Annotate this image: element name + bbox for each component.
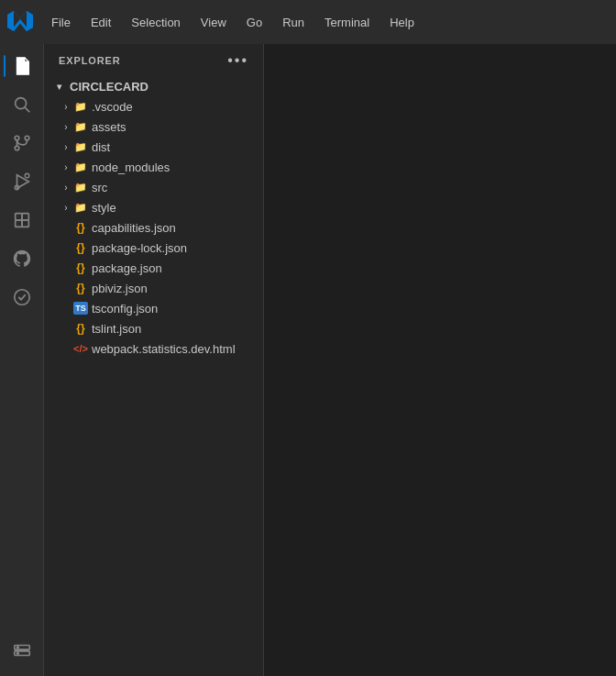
titlebar: File Edit Selection View Go Run Terminal…	[0, 0, 616, 44]
svg-rect-15	[22, 220, 28, 227]
svg-point-7	[15, 146, 19, 150]
svg-rect-12	[15, 220, 21, 227]
file-tsconfig-json-spacer	[59, 301, 73, 316]
activity-bar	[0, 44, 44, 676]
svg-rect-14	[15, 214, 21, 220]
testing-activity-icon[interactable]	[4, 279, 40, 316]
root-arrow: ▾	[51, 79, 66, 94]
folder-style-icon: 📁	[73, 200, 88, 215]
file-tree: ▾ CIRCLECARD › 📁 .vscode › 📁 assets › 📁	[44, 76, 263, 676]
file-package-lock-json-spacer	[59, 240, 73, 255]
svg-point-20	[16, 652, 18, 654]
file-capabilities-json[interactable]: {} capabilities.json	[44, 217, 263, 238]
file-package-json-spacer	[59, 260, 73, 275]
file-webpack-html[interactable]: </> webpack.statistics.dev.html	[44, 338, 263, 359]
menu-go[interactable]: Go	[237, 12, 271, 33]
file-pbiviz-json-icon: {}	[73, 281, 88, 295]
folder-style-arrow: ›	[59, 200, 73, 215]
file-package-json-icon: {}	[73, 260, 88, 275]
file-package-json-name: package.json	[92, 261, 162, 275]
svg-point-16	[14, 290, 29, 305]
file-capabilities-json-name: capabilities.json	[92, 221, 176, 235]
svg-point-5	[15, 136, 19, 140]
folder-assets[interactable]: › 📁 assets	[44, 116, 263, 137]
file-capabilities-json-icon: {}	[73, 220, 88, 235]
folder-dist[interactable]: › 📁 dist	[44, 137, 263, 157]
search-activity-icon[interactable]	[4, 86, 40, 123]
menu-help[interactable]: Help	[380, 12, 424, 33]
folder-src-icon: 📁	[73, 180, 88, 194]
svg-point-3	[15, 98, 26, 109]
menu-edit[interactable]: Edit	[82, 12, 120, 33]
svg-rect-13	[22, 214, 28, 220]
file-package-lock-json-icon: {}	[73, 240, 88, 255]
remote-explorer-activity-icon[interactable]	[4, 632, 40, 669]
root-folder[interactable]: ▾ CIRCLECARD	[44, 76, 263, 96]
app-logo	[7, 8, 35, 36]
menu-view[interactable]: View	[192, 12, 236, 33]
file-tslint-json[interactable]: {} tslint.json	[44, 318, 263, 338]
svg-point-11	[25, 173, 29, 178]
folder-vscode-arrow: ›	[59, 99, 73, 114]
explorer-header: EXPLORER •••	[44, 44, 263, 76]
folder-dist-icon: 📁	[73, 139, 88, 154]
menu-run[interactable]: Run	[273, 12, 314, 33]
menu-selection[interactable]: Selection	[122, 12, 189, 33]
file-webpack-html-icon: </>	[73, 341, 88, 356]
run-debug-activity-icon[interactable]	[4, 163, 40, 200]
folder-vscode[interactable]: › 📁 .vscode	[44, 96, 263, 116]
file-tsconfig-json-icon: TS	[73, 302, 88, 315]
file-package-lock-json-name: package-lock.json	[92, 241, 187, 255]
sidebar: EXPLORER ••• ▾ CIRCLECARD › 📁 .vscode › …	[44, 44, 264, 676]
main-layout: EXPLORER ••• ▾ CIRCLECARD › 📁 .vscode › …	[0, 44, 616, 676]
explorer-more-button[interactable]: •••	[227, 52, 248, 69]
extensions-activity-icon[interactable]	[4, 202, 40, 238]
folder-assets-arrow: ›	[59, 119, 73, 134]
file-pbiviz-json-name: pbiviz.json	[92, 282, 148, 295]
file-pbiviz-json[interactable]: {} pbiviz.json	[44, 278, 263, 298]
folder-node-modules[interactable]: › 📁 node_modules	[44, 157, 263, 177]
menu-bar: File Edit Selection View Go Run Terminal…	[42, 12, 424, 33]
file-tslint-json-icon: {}	[73, 321, 88, 336]
folder-src[interactable]: › 📁 src	[44, 177, 263, 197]
folder-dist-name: dist	[92, 140, 110, 154]
folder-node-modules-icon: 📁	[73, 160, 88, 174]
menu-file[interactable]: File	[42, 12, 80, 33]
folder-style[interactable]: › 📁 style	[44, 197, 263, 217]
folder-assets-icon: 📁	[73, 119, 88, 134]
svg-rect-1	[17, 60, 23, 61]
svg-point-19	[16, 647, 18, 648]
file-package-lock-json[interactable]: {} package-lock.json	[44, 238, 263, 258]
root-folder-name: CIRCLECARD	[70, 80, 148, 94]
file-capabilities-json-spacer	[59, 220, 73, 235]
folder-vscode-name: .vscode	[92, 100, 133, 114]
folder-src-name: src	[92, 181, 107, 194]
source-control-activity-icon[interactable]	[4, 125, 40, 161]
explorer-activity-icon[interactable]	[4, 48, 40, 84]
file-package-json[interactable]: {} package.json	[44, 258, 263, 278]
svg-point-6	[25, 136, 29, 140]
file-webpack-html-name: webpack.statistics.dev.html	[92, 342, 236, 356]
file-tsconfig-json-name: tsconfig.json	[92, 302, 158, 316]
svg-line-4	[25, 107, 29, 112]
svg-rect-2	[17, 61, 24, 62]
file-tslint-json-spacer	[59, 321, 73, 336]
editor-area	[264, 44, 616, 676]
folder-style-name: style	[92, 201, 116, 215]
folder-dist-arrow: ›	[59, 139, 73, 154]
folder-assets-name: assets	[92, 120, 126, 134]
file-pbiviz-json-spacer	[59, 281, 73, 295]
github-activity-icon[interactable]	[4, 240, 40, 277]
folder-node-modules-name: node_modules	[92, 161, 170, 174]
explorer-title: EXPLORER	[59, 55, 121, 66]
file-tsconfig-json[interactable]: TS tsconfig.json	[44, 298, 263, 318]
folder-vscode-icon: 📁	[73, 99, 88, 114]
menu-terminal[interactable]: Terminal	[315, 12, 379, 33]
file-webpack-html-spacer	[59, 341, 73, 356]
folder-src-arrow: ›	[59, 180, 73, 194]
folder-node-modules-arrow: ›	[59, 160, 73, 174]
file-tslint-json-name: tslint.json	[92, 322, 141, 336]
